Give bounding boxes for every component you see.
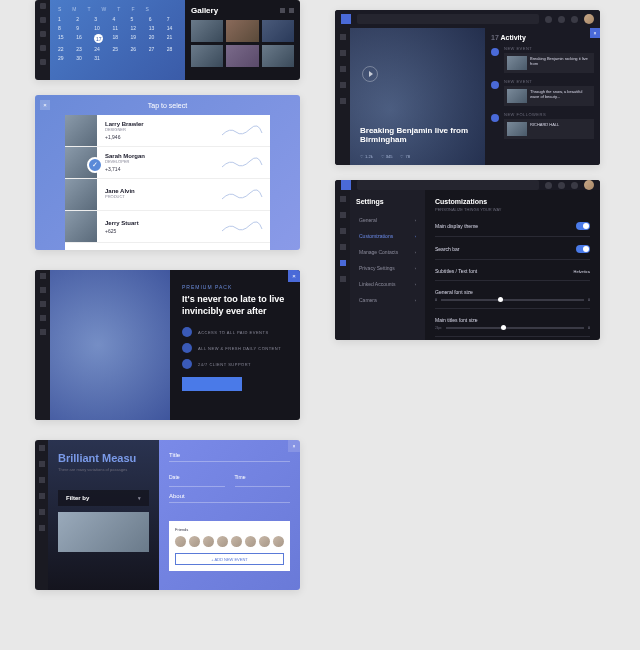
date-cell[interactable]: 10 <box>94 25 104 31</box>
chevron-down-icon: ▾ <box>138 495 141 501</box>
about-field[interactable]: About <box>169 493 290 503</box>
date-cell[interactable]: 6 <box>149 16 159 22</box>
avatar[interactable] <box>259 536 270 547</box>
sparkline <box>220 211 270 242</box>
close-icon[interactable]: × <box>288 270 300 282</box>
user-role: DESIGNER <box>105 127 212 132</box>
date-cell[interactable]: 25 <box>112 46 122 52</box>
add-event-button[interactable]: + ADD NEW EVENT <box>175 553 284 565</box>
date-cell[interactable]: 26 <box>131 46 141 52</box>
nav-icon[interactable] <box>558 16 565 23</box>
calendar-gallery-card: SMTWTFS 12345678910111213141516171819202… <box>35 0 300 80</box>
nav-item[interactable]: Privacy Settings› <box>356 261 419 275</box>
date-cell[interactable]: 3 <box>94 16 104 22</box>
nav-icon[interactable] <box>571 182 578 189</box>
thumb[interactable] <box>262 20 294 42</box>
play-icon[interactable] <box>362 66 378 82</box>
date-cell[interactable]: 23 <box>76 46 86 52</box>
time-field[interactable]: Time <box>235 474 246 480</box>
user-row[interactable]: Sarah MorganDEVELOPER+3,714 <box>65 147 270 179</box>
avatar[interactable] <box>273 536 284 547</box>
date-cell[interactable]: 2 <box>76 16 86 22</box>
avatar[interactable] <box>231 536 242 547</box>
date-cell[interactable]: 20 <box>149 34 159 43</box>
date-cell[interactable]: 19 <box>131 34 141 43</box>
nav-item[interactable]: Manage Contacts› <box>356 245 419 259</box>
user-stat: +1,946 <box>105 134 212 140</box>
date-cell[interactable]: 24 <box>94 46 104 52</box>
list-view-icon[interactable] <box>289 8 294 13</box>
date-cell[interactable]: 29 <box>58 55 68 61</box>
thumb[interactable] <box>191 20 223 42</box>
toggle[interactable] <box>576 222 590 230</box>
nav-item[interactable]: General› <box>356 213 419 227</box>
filter-button[interactable]: Filter by ▾ <box>58 490 149 506</box>
nav-icon[interactable] <box>571 16 578 23</box>
avatar[interactable] <box>584 14 594 24</box>
search-input[interactable] <box>357 14 539 24</box>
date-cell[interactable]: 9 <box>76 25 86 31</box>
friends-label: Friends <box>175 527 284 532</box>
date-cell[interactable]: 1 <box>58 16 68 22</box>
close-icon[interactable]: × <box>40 100 50 110</box>
slider[interactable] <box>446 327 584 329</box>
nav-icon[interactable] <box>558 182 565 189</box>
avatar[interactable] <box>175 536 186 547</box>
settings-nav: Settings General›Customizations›Manage C… <box>350 190 425 340</box>
opt-titlesize: Main titles font size <box>435 317 590 323</box>
date-cell[interactable]: 17 <box>94 34 103 43</box>
date-field[interactable]: Date <box>169 474 180 480</box>
user-row[interactable]: Larry BrawlerDESIGNER+1,946 <box>65 115 270 147</box>
date-cell[interactable]: 15 <box>58 34 68 43</box>
check-icon <box>182 343 192 353</box>
avatar[interactable] <box>189 536 200 547</box>
cta-button[interactable] <box>182 377 242 391</box>
date-cell[interactable]: 5 <box>131 16 141 22</box>
subtitles-value[interactable]: Helvetica <box>574 269 590 274</box>
video-hero[interactable]: Breaking Benjamin live from Birmingham ♡… <box>350 28 485 165</box>
date-cell[interactable]: 12 <box>131 25 141 31</box>
thumb[interactable] <box>262 45 294 67</box>
nav-item[interactable]: Customizations› <box>356 229 419 243</box>
grid-view-icon[interactable] <box>280 8 285 13</box>
date-cell[interactable]: 27 <box>149 46 159 52</box>
activity-item[interactable]: NEW EVENTThrough the snow, a beautiful w… <box>491 79 594 106</box>
slider[interactable] <box>441 299 584 301</box>
nav-icon[interactable] <box>545 182 552 189</box>
date-cell[interactable]: 11 <box>112 25 122 31</box>
date-cell[interactable]: 31 <box>94 55 104 61</box>
close-icon[interactable]: × <box>288 440 300 452</box>
avatar[interactable] <box>245 536 256 547</box>
date-cell[interactable]: 22 <box>58 46 68 52</box>
logo[interactable] <box>341 14 351 24</box>
logo[interactable] <box>341 180 351 190</box>
date-cell[interactable]: 30 <box>76 55 86 61</box>
search-input[interactable] <box>357 180 539 190</box>
date-cell[interactable]: 16 <box>76 34 86 43</box>
avatar[interactable] <box>203 536 214 547</box>
nav-icon[interactable] <box>545 16 552 23</box>
date-cell[interactable]: 28 <box>167 46 177 52</box>
activity-item[interactable]: NEW EVENTBreaking Benjamin rocking it li… <box>491 46 594 73</box>
date-cell[interactable]: 21 <box>167 34 177 43</box>
activity-item[interactable]: NEW FOLLOWERSRICHARD HALL <box>491 112 594 139</box>
date-cell[interactable]: 7 <box>167 16 177 22</box>
nav-item[interactable]: Linked Accounts› <box>356 277 419 291</box>
close-icon[interactable]: × <box>590 28 600 38</box>
date-cell[interactable]: 18 <box>112 34 122 43</box>
date-cell[interactable]: 4 <box>112 16 122 22</box>
date-cell[interactable]: 8 <box>58 25 68 31</box>
date-cell[interactable]: 13 <box>149 25 159 31</box>
content: × PREMIUM PACK It's never too late to li… <box>170 270 300 420</box>
user-row[interactable]: Jane AlvinPRODUCT <box>65 179 270 211</box>
nav-item[interactable]: Camera› <box>356 293 419 307</box>
toggle[interactable] <box>576 245 590 253</box>
thumb[interactable] <box>226 45 258 67</box>
title-field[interactable]: Title <box>169 452 290 462</box>
avatar[interactable] <box>584 180 594 190</box>
avatar[interactable] <box>217 536 228 547</box>
thumb[interactable] <box>226 20 258 42</box>
thumb[interactable] <box>191 45 223 67</box>
date-cell[interactable]: 14 <box>167 25 177 31</box>
user-row[interactable]: Jerry Stuart+625 <box>65 211 270 243</box>
